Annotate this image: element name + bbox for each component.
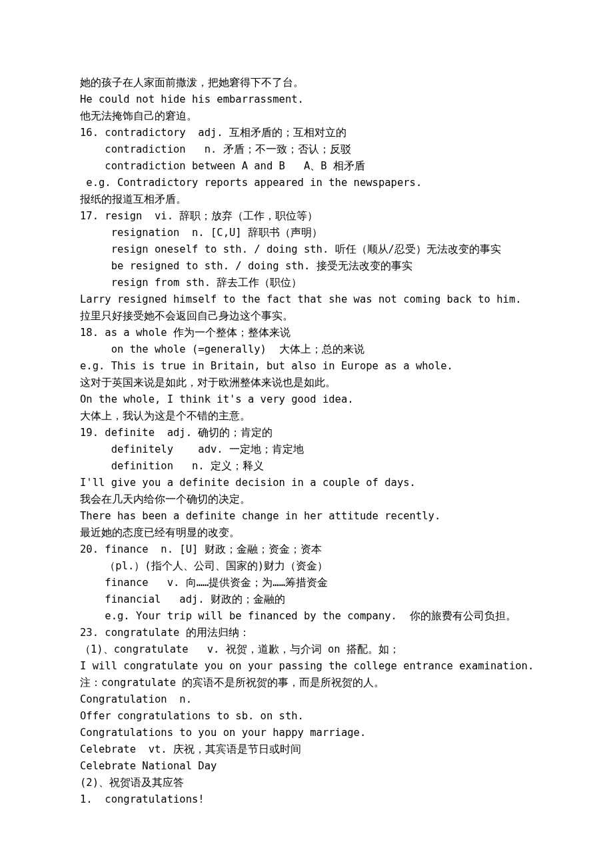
- text-line: There has been a definite change in her …: [80, 508, 533, 525]
- text-line: financial adj. 财政的；金融的: [80, 591, 533, 608]
- text-line: definition n. 定义；释义: [80, 458, 533, 475]
- text-line: (2)、祝贺语及其应答: [80, 775, 533, 791]
- text-line: 23. congratulate 的用法归纳：: [80, 625, 533, 641]
- text-line: （pl.）(指个人、公司、国家的)财力（资金）: [80, 558, 533, 575]
- text-line: e.g. Your trip will be financed by the c…: [80, 608, 533, 625]
- text-line: 注：congratulate 的宾语不是所祝贺的事，而是所祝贺的人。: [80, 675, 533, 691]
- document-page: 她的孩子在人家面前撒泼，把她窘得下不了台。 He could not hide …: [0, 0, 613, 868]
- text-line: 这对于英国来说是如此，对于欧洲整体来说也是如此。: [80, 375, 533, 391]
- text-line: I'll give you a definite decision in a c…: [80, 475, 533, 491]
- text-line: e.g. Contradictory reports appeared in t…: [80, 175, 533, 191]
- text-line: Congratulations to you on your happy mar…: [80, 725, 533, 741]
- text-line: （1)、congratulate v. 祝贺，道歉，与介词 on 搭配。如；: [80, 641, 533, 658]
- text-line: He could not hide his embarrassment.: [80, 91, 533, 108]
- text-line: definitely adv. 一定地；肯定地: [80, 441, 533, 458]
- text-line: resign oneself to sth. / doing sth. 听任（顺…: [80, 241, 533, 258]
- text-line: Larry resigned himself to the fact that …: [80, 291, 533, 308]
- text-line: resignation n. [C,U] 辞职书（声明）: [80, 225, 533, 241]
- text-line: 20. finance n. [U] 财政；金融；资金；资本: [80, 541, 533, 558]
- text-line: Celebrate vt. 庆祝，其宾语是节日或时间: [80, 741, 533, 758]
- text-line: 拉里只好接受她不会返回自己身边这个事实。: [80, 308, 533, 325]
- text-line: e.g. This is true in Britain, but also i…: [80, 358, 533, 375]
- text-line: contradiction n. 矛盾；不一致；否认；反驳: [80, 141, 533, 158]
- text-line: resign from sth. 辞去工作（职位）: [80, 275, 533, 291]
- text-line: 17. resign vi. 辞职；放弃（工作，职位等）: [80, 208, 533, 225]
- text-line: 1. congratulations!: [80, 791, 533, 808]
- text-line: 大体上，我认为这是个不错的主意。: [80, 408, 533, 425]
- text-line: 最近她的态度已经有明显的改变。: [80, 525, 533, 541]
- text-line: 他无法掩饰自己的窘迫。: [80, 108, 533, 125]
- text-line: On the whole, I think it's a very good i…: [80, 391, 533, 408]
- text-line: 18. as a whole 作为一个整体；整体来说: [80, 325, 533, 341]
- text-line: contradiction between A and B A、B 相矛盾: [80, 158, 533, 175]
- text-line: 我会在几天内给你一个确切的决定。: [80, 491, 533, 508]
- text-line: Offer congratulations to sb. on sth.: [80, 708, 533, 725]
- text-line: 16. contradictory adj. 互相矛盾的；互相对立的: [80, 125, 533, 141]
- text-line: Congratulation n.: [80, 691, 533, 708]
- text-line: 报纸的报道互相矛盾。: [80, 191, 533, 208]
- text-line: finance v. 向……提供资金；为……筹措资金: [80, 575, 533, 591]
- text-line: I will congratulate you on your passing …: [80, 658, 533, 675]
- text-line: 19. definite adj. 确切的；肯定的: [80, 425, 533, 441]
- text-line: be resigned to sth. / doing sth. 接受无法改变的…: [80, 258, 533, 275]
- text-line: on the whole (=generally) 大体上；总的来说: [80, 341, 533, 358]
- text-line: 她的孩子在人家面前撒泼，把她窘得下不了台。: [80, 75, 533, 91]
- text-line: Celebrate National Day: [80, 758, 533, 775]
